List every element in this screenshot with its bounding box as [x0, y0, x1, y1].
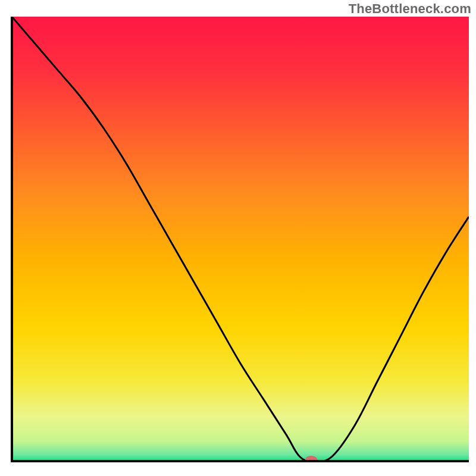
- plot-area: [12, 17, 469, 463]
- chart-svg: [0, 0, 476, 476]
- chart-container: TheBottleneck.com: [0, 0, 476, 476]
- watermark-text: TheBottleneck.com: [349, 1, 471, 17]
- gradient-background: [12, 17, 469, 461]
